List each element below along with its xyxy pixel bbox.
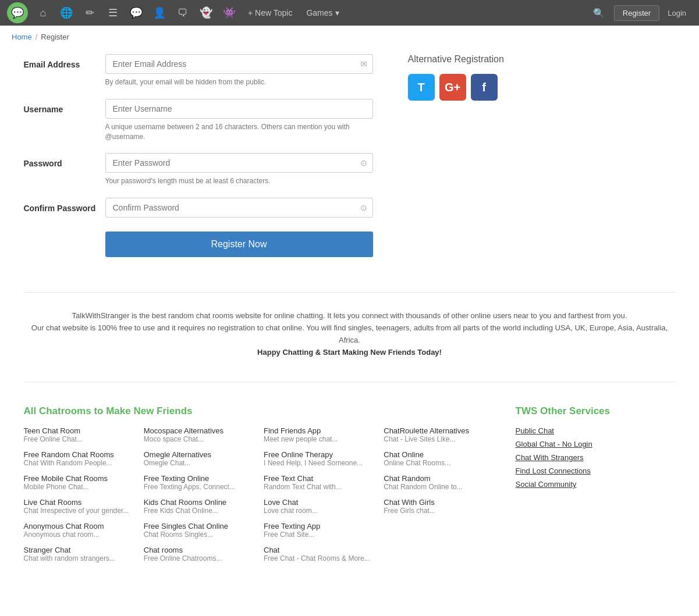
register-btn-wrap: Register Now	[105, 229, 373, 257]
register-btn-spacer	[24, 229, 105, 235]
chat-bubble-nav-icon[interactable]: 🗨	[172, 2, 193, 23]
footer-col-4: ChatRoulette Alternatives Chat - Live Si…	[384, 426, 503, 569]
google-login-button[interactable]: G+	[439, 74, 466, 101]
navbar: 💬 ⌂ 🌐 ✏ ☰ 💬 👤 🗨 👻 👾 + New Topic Games ▾ …	[0, 0, 699, 26]
footer-section: All Chatrooms to Make New Friends Teen C…	[24, 405, 676, 569]
main-container: Email Address ✉ By default, your email w…	[12, 48, 687, 593]
globe-nav-icon[interactable]: 🌐	[56, 2, 77, 23]
email-input[interactable]	[105, 54, 373, 74]
username-label: Username	[24, 99, 105, 114]
tws-services-section: TWS Other Services Public Chat Global Ch…	[516, 405, 676, 569]
form-section: Email Address ✉ By default, your email w…	[24, 54, 676, 269]
password-hint: Your password's length must be at least …	[105, 176, 373, 186]
menu-nav-icon[interactable]: ☰	[102, 2, 123, 23]
promo-line-1: TalkWithStranger is the best random chat…	[24, 310, 676, 322]
email-icon: ✉	[360, 59, 367, 69]
chatrooms-section: All Chatrooms to Make New Friends Teen C…	[24, 405, 504, 569]
username-hint: A unique username between 2 and 16 chara…	[105, 122, 373, 142]
list-item[interactable]: Free Texting App Free Chat Site...	[264, 522, 384, 539]
tws-link-social-community[interactable]: Social Community	[516, 480, 676, 489]
confirm-password-icon: ⊙	[360, 203, 367, 212]
list-item[interactable]: Free Singles Chat Online Chat Rooms Sing…	[144, 522, 264, 539]
confirm-password-label: Confirm Password	[24, 198, 105, 213]
list-item[interactable]: Teen Chat Room Free Online Chat...	[24, 426, 144, 443]
password-row: Password ⊙ Your password's length must b…	[24, 153, 373, 186]
ghost-nav-icon[interactable]: 👾	[219, 2, 240, 23]
snapchat-nav-icon[interactable]: 👻	[196, 2, 217, 23]
tws-link-chat-with-strangers[interactable]: Chat With Strangers	[516, 453, 676, 462]
breadcrumb-separator: /	[36, 33, 38, 41]
confirm-password-input[interactable]	[105, 198, 373, 218]
chatrooms-cols: Teen Chat Room Free Online Chat... Free …	[24, 426, 504, 569]
chatrooms-heading: All Chatrooms to Make New Friends	[24, 405, 504, 417]
username-input[interactable]	[105, 99, 373, 119]
breadcrumb-home[interactable]: Home	[12, 33, 32, 41]
list-item[interactable]: Free Text Chat Random Text Chat with...	[264, 474, 384, 491]
breadcrumb-current: Register	[41, 33, 69, 41]
list-item[interactable]: Chat With Girls Free Girls chat...	[384, 498, 503, 515]
register-nav-button[interactable]: Register	[614, 5, 659, 21]
tws-link-find-lost[interactable]: Find Lost Connections	[516, 467, 676, 475]
list-item[interactable]: ChatRoulette Alternatives Chat - Live Si…	[384, 426, 503, 443]
list-item[interactable]: Kids Chat Rooms Online Free Kids Chat On…	[144, 498, 264, 515]
search-button[interactable]: 🔍	[588, 2, 609, 23]
list-item[interactable]: Free Online Therapy I Need Help, I Need …	[264, 450, 384, 467]
tws-link-public-chat[interactable]: Public Chat	[516, 426, 676, 435]
email-input-wrap: ✉	[105, 54, 373, 74]
list-item[interactable]: Chat Online Online Chat Rooms...	[384, 450, 503, 467]
list-item[interactable]: Mocospace Alternatives Moco space Chat..…	[144, 426, 264, 443]
list-item[interactable]: Chat Free Chat - Chat Rooms & More...	[264, 546, 384, 562]
email-field-wrap: ✉ By default, your email will be hidden …	[105, 54, 373, 87]
list-item[interactable]: Love Chat Love chat room...	[264, 498, 384, 515]
confirm-password-input-wrap: ⊙	[105, 198, 373, 218]
promo-line-3: Happy Chatting & Start Making New Friend…	[24, 347, 676, 359]
list-item[interactable]: Stranger Chat Chat with random strangers…	[24, 546, 144, 562]
username-field-wrap: A unique username between 2 and 16 chara…	[105, 99, 373, 142]
social-icons: T G+ f	[408, 74, 548, 101]
list-item[interactable]: Omegle Alternatives Omegle Chat...	[144, 450, 264, 467]
pencil-nav-icon[interactable]: ✏	[79, 2, 100, 23]
login-nav-button[interactable]: Login	[662, 6, 692, 20]
confirm-password-field-wrap: ⊙	[105, 198, 373, 218]
list-item[interactable]: Free Random Chat Rooms Chat With Random …	[24, 450, 144, 467]
footer-col-3: Find Friends App Meet new people chat...…	[264, 426, 384, 569]
username-input-wrap	[105, 99, 373, 119]
promo-text: TalkWithStranger is the best random chat…	[24, 310, 676, 358]
alt-reg-title: Alternative Registration	[408, 54, 548, 65]
logo-icon: 💬	[11, 6, 24, 19]
username-row: Username A unique username between 2 and…	[24, 99, 373, 142]
list-item[interactable]: Anonymous Chat Room Anonymous chat room.…	[24, 522, 144, 539]
email-hint: By default, your email will be hidden fr…	[105, 77, 373, 87]
password-input-wrap: ⊙	[105, 153, 373, 173]
breadcrumb: Home / Register	[0, 26, 699, 48]
tws-link-global-chat[interactable]: Global Chat - No Login	[516, 440, 676, 448]
confirm-password-row: Confirm Password ⊙	[24, 198, 373, 218]
email-row: Email Address ✉ By default, your email w…	[24, 54, 373, 87]
list-item[interactable]: Live Chat Rooms Chat Irrespective of you…	[24, 498, 144, 515]
games-dropdown-arrow: ▾	[335, 8, 339, 17]
divider-1	[24, 292, 676, 293]
password-icon: ⊙	[360, 158, 367, 168]
site-logo[interactable]: 💬	[7, 2, 28, 23]
new-topic-button[interactable]: + New Topic	[242, 5, 298, 21]
wechat-nav-icon[interactable]: 💬	[126, 2, 147, 23]
registration-form: Email Address ✉ By default, your email w…	[24, 54, 373, 269]
home-nav-icon[interactable]: ⌂	[33, 2, 54, 23]
password-label: Password	[24, 153, 105, 168]
twitter-login-button[interactable]: T	[408, 74, 435, 101]
list-item[interactable]: Free Texting Online Free Texting Apps, C…	[144, 474, 264, 491]
footer-col-1: Teen Chat Room Free Online Chat... Free …	[24, 426, 144, 569]
list-item[interactable]: Chat Random Chat Random Online to...	[384, 474, 503, 491]
register-now-button[interactable]: Register Now	[105, 232, 373, 257]
password-input[interactable]	[105, 153, 373, 173]
tws-heading: TWS Other Services	[516, 405, 676, 417]
games-button[interactable]: Games ▾	[300, 5, 345, 21]
footer-col-2: Mocospace Alternatives Moco space Chat..…	[144, 426, 264, 569]
email-label: Email Address	[24, 54, 105, 69]
user-nav-icon[interactable]: 👤	[149, 2, 170, 23]
list-item[interactable]: Chat rooms Free Online Chatrooms...	[144, 546, 264, 562]
facebook-login-button[interactable]: f	[471, 74, 498, 101]
list-item[interactable]: Find Friends App Meet new people chat...	[264, 426, 384, 443]
alternative-registration: Alternative Registration T G+ f	[408, 54, 548, 269]
list-item[interactable]: Free Mobile Chat Rooms Mobile Phone Chat…	[24, 474, 144, 491]
